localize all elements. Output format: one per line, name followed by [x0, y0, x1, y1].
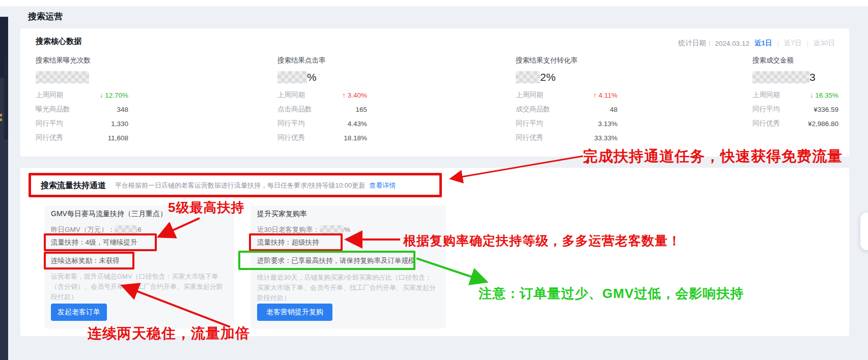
range-tab-7day[interactable]: 近7日: [784, 39, 802, 48]
annotation-box-streak-reward: [44, 252, 134, 269]
metric-name: 搜索结果支付转化率: [516, 56, 618, 65]
annotation-box-header: [29, 173, 442, 197]
gmv-label: 昨日GMV（万元）：: [51, 226, 115, 233]
redacted-value-block: [320, 225, 344, 233]
metric-value: %: [277, 70, 367, 85]
metric-name: 搜索结果曝光次数: [36, 56, 128, 65]
stat-date-label: 统计日期：: [679, 39, 713, 48]
metric-value-suffix: %: [307, 71, 317, 83]
metric-row: 点击商品数165: [277, 102, 367, 116]
metric-value-suffix: 2%: [540, 71, 555, 83]
rate-suffix: %: [344, 226, 350, 233]
metric-conversion: 搜索结果支付转化率 2% 上周同期↑ 4.11% 成交商品数48 同行平均3.1…: [516, 56, 618, 145]
annotation-double-text: 连续两天稳住，流量加倍: [88, 324, 250, 343]
redacted-value-block: [516, 71, 540, 83]
metric-row: 同行优秀33.33%: [516, 131, 618, 145]
task-title: GMV每日赛马流量扶持（三月重点）: [51, 209, 167, 219]
sidebar-orange-tick: [0, 114, 2, 116]
redacted-value-block: [115, 225, 137, 233]
floating-widget-handle[interactable]: [860, 213, 868, 250]
metric-gmv: 搜索成交金额 3 上周同期↓ 16.35% 同行平均¥336.59 同行优秀¥2…: [752, 56, 838, 131]
page-title: 搜索运营: [28, 11, 63, 22]
sidebar-inner-strip: [4, 57, 8, 139]
range-separator: |: [777, 40, 779, 47]
metric-row: 同行平均4.43%: [277, 116, 367, 131]
marketing-boost-button[interactable]: 老客营销提升复购: [257, 304, 332, 321]
core-card-title: 搜索核心数据: [36, 37, 81, 46]
stat-date-value: 2024.03.12: [715, 40, 749, 47]
task-desc: 统计最近30天，店铺复购买家/全部买家的占比（口径包含：买家大市场下单、会员号开…: [257, 273, 436, 303]
metric-row: 同行优秀18.18%: [277, 131, 367, 145]
annotation-level-text: 5级最高扶持: [168, 199, 244, 217]
metric-ctr: 搜索结果点击率 % 上周同期↑ 3.40% 点击商品数165 同行平均4.43%…: [277, 56, 367, 145]
task-desc: 运营老客，提升店铺总GMV（口径包含：买家大市场下单（含分销）、会员号开单、找工…: [51, 272, 228, 302]
metric-name: 搜索成交金额: [752, 56, 838, 65]
redacted-value-block: [277, 71, 307, 83]
metric-value-suffix: 3: [809, 71, 816, 83]
metric-row: 同行平均3.13%: [516, 116, 618, 131]
gmv-suffix: 6: [137, 226, 142, 233]
metric-row: 上周同期↓ 16.35%: [752, 88, 838, 102]
metric-row: 成交商品数48: [516, 102, 618, 116]
metric-row: 同行优秀11,608: [36, 131, 128, 145]
start-repeat-order-button[interactable]: 发起老客订单: [51, 304, 107, 321]
metric-row: 同行平均¥336.59: [752, 102, 838, 116]
metric-row: 上周同期↑ 3.40%: [277, 88, 367, 102]
range-tab-30day[interactable]: 近30日: [814, 39, 835, 48]
metric-row: 上周同期↓ 12.70%: [36, 88, 128, 102]
metric-impressions: 搜索结果曝光次数 上周同期↓ 12.70% 曝光商品数348 同行平均1,330…: [36, 56, 128, 145]
annotation-box-support-level: [44, 233, 157, 251]
metric-row: 上周同期↑ 4.11%: [516, 88, 618, 102]
date-controls: 统计日期： 2024.03.12 近1日 | 近7日 | 近30日: [580, 39, 835, 48]
annotation-top-text: 完成扶持通道任务，快速获得免费流量: [583, 146, 843, 167]
metric-row: 曝光商品数348: [36, 102, 128, 116]
task-title: 提升买家复购率: [257, 209, 307, 219]
top-strip: [0, 0, 868, 6]
annotation-notice-text: 注意：订单量过少、GMV过低，会影响扶持: [479, 285, 744, 303]
redacted-value-block: [36, 71, 89, 83]
search-operations-page: 搜索运营 搜索核心数据 统计日期： 2024.03.12 近1日 | 近7日 |…: [0, 0, 868, 360]
metric-row: 同行平均1,330: [36, 116, 128, 131]
sidebar-orange-tick: [0, 118, 2, 121]
metric-name: 搜索结果点击率: [277, 56, 367, 65]
metric-value: 3: [752, 70, 838, 85]
range-tab-1day[interactable]: 近1日: [754, 39, 772, 48]
annotation-repurchase-text: 根据复购率确定扶持等级，多多运营老客数量！: [403, 232, 681, 249]
rate-label: 近30日老客复购率：: [257, 226, 320, 233]
metric-row: 同行优秀¥2,986.80: [752, 116, 838, 131]
range-separator: |: [806, 40, 808, 47]
annotation-box-advance-requirement: [238, 251, 415, 270]
annotation-box-super-support: [249, 233, 343, 251]
metric-value: 2%: [516, 70, 618, 85]
metric-value: [36, 70, 128, 85]
redacted-value-block: [752, 71, 809, 83]
